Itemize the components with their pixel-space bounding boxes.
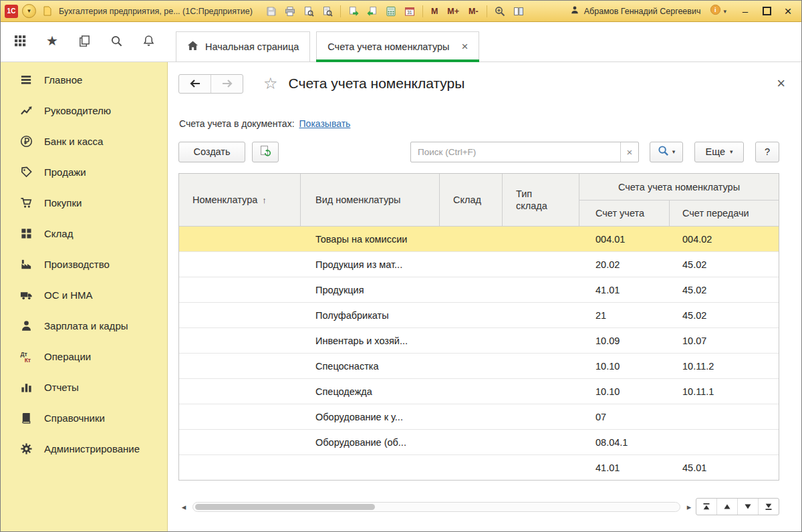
docs-label: Счета учета в документах: — [179, 118, 295, 129]
table-row[interactable]: Продукция из мат... 20.02 45.02 — [179, 251, 779, 277]
search-clear-icon[interactable]: × — [620, 142, 638, 162]
calculator-button[interactable] — [383, 4, 399, 19]
go-next-button[interactable] — [737, 499, 758, 515]
calendar-button[interactable]: 31 — [402, 4, 418, 19]
gear-icon — [19, 442, 33, 455]
scroll-left-icon[interactable]: ◂ — [178, 502, 189, 512]
minimize-button[interactable]: – — [736, 3, 755, 19]
scrollbar-track[interactable] — [192, 502, 680, 512]
preview-button[interactable] — [319, 4, 336, 19]
sidebar-item-prodazhi[interactable]: Продажи — [1, 156, 167, 187]
sidebar-item-otchety[interactable]: Отчеты — [1, 372, 167, 402]
tab-nomenclature-accounts[interactable]: Счета учета номенклатуры × — [316, 31, 479, 62]
cell-transfer-account: 45.02 — [670, 252, 779, 277]
sidebar-item-label: Руководителю — [44, 105, 111, 116]
notifications-bell-icon[interactable] — [141, 33, 156, 48]
cell-warehouse — [440, 328, 503, 353]
go-first-button[interactable] — [696, 499, 716, 515]
create-group-button[interactable] — [252, 142, 279, 162]
main-menu-button[interactable]: ▼ — [22, 4, 36, 18]
maximize-button[interactable] — [757, 3, 776, 19]
sidebar-item-os-i-nma[interactable]: ОС и НМА — [1, 279, 167, 310]
column-header-kind[interactable]: Вид номенклатуры — [301, 174, 440, 226]
column-header-nomenclature[interactable]: Номенклатура↑ — [179, 174, 301, 226]
favorite-star-icon[interactable]: ☆ — [263, 76, 278, 92]
memory-m-plus-button[interactable]: M+ — [444, 7, 462, 16]
column-header-account[interactable]: Счет учета — [579, 201, 670, 226]
sidebar-item-administrirovanie[interactable]: Администрирование — [1, 433, 167, 464]
split-view-button[interactable] — [511, 4, 527, 19]
memory-m-minus-button[interactable]: M- — [465, 7, 482, 16]
current-user-button[interactable]: Абрамов Геннадий Сергеевич — [570, 5, 701, 17]
docs-setting-row: Счета учета в документах: Показывать — [179, 118, 350, 129]
column-header-warehouse-type[interactable]: Тип склада — [503, 174, 579, 226]
import-button[interactable] — [364, 4, 380, 19]
help-button[interactable]: ? — [755, 142, 779, 162]
favorites-star-icon[interactable]: ★ — [45, 33, 59, 48]
cell-transfer-account: 10.07 — [670, 328, 779, 353]
sidebar-item-label: ОС и НМА — [44, 289, 93, 301]
sidebar-item-zarplata-i-kadry[interactable]: Зарплата и кадры — [1, 310, 167, 341]
column-header-transfer-account[interactable]: Счет передачи — [670, 201, 779, 226]
table-row[interactable]: Спецоснастка 10.10 10.11.2 — [179, 353, 779, 378]
user-name: Абрамов Геннадий Сергеевич — [584, 7, 701, 16]
cell-warehouse — [440, 227, 503, 251]
search-icon[interactable] — [109, 33, 124, 48]
column-header-warehouse[interactable]: Склад — [440, 174, 503, 226]
page-title: Счета учета номенклатуры — [289, 76, 465, 92]
cell-nomenclature — [179, 303, 301, 327]
sidebar-item-label: Администрирование — [44, 443, 140, 454]
export-button[interactable] — [346, 4, 362, 19]
form-close-icon[interactable]: × — [777, 76, 785, 91]
sidebar-item-bank-i-kassa[interactable]: Банк и касса — [1, 126, 167, 156]
forward-button[interactable] — [211, 75, 243, 93]
table-row[interactable]: 41.01 45.01 — [179, 454, 779, 480]
titlebar-separator — [340, 5, 341, 17]
table-row[interactable]: Спецодежда 10.10 10.11.1 — [179, 378, 779, 404]
more-button[interactable]: Еще▾ — [694, 142, 744, 162]
search-input[interactable] — [411, 142, 638, 162]
cell-warehouse — [440, 354, 503, 378]
table-row[interactable]: Товары на комиссии 004.01 004.02 — [179, 226, 779, 251]
table-row[interactable]: Оборудование к у... 07 — [179, 404, 779, 429]
zoom-in-button[interactable] — [492, 4, 508, 19]
history-icon[interactable] — [77, 33, 92, 48]
cell-nomenclature — [179, 379, 301, 404]
memory-m-button[interactable]: M — [428, 7, 441, 16]
tab-home[interactable]: Начальная страница — [176, 31, 310, 62]
back-button[interactable] — [179, 75, 211, 93]
sidebar-item-rukovoditelyu[interactable]: Руководителю — [1, 95, 167, 126]
sidebar-item-sklad[interactable]: Склад — [1, 218, 167, 249]
sidebar-item-label: Банк и касса — [44, 136, 103, 147]
sidebar-item-spravochniki[interactable]: Справочники — [1, 402, 167, 433]
table-row[interactable]: Полуфабрикаты 21 45.02 — [179, 302, 779, 327]
cell-warehouse-type — [503, 354, 579, 378]
sidebar-item-proizvodstvo[interactable]: Производство — [1, 249, 167, 279]
sidebar-item-glavnoe[interactable]: Главное — [1, 64, 167, 95]
search-options-button[interactable]: ▾ — [650, 142, 683, 162]
create-button[interactable]: Создать — [178, 142, 245, 162]
cell-account: 07 — [579, 404, 670, 429]
sidebar-item-operatsii[interactable]: ДтКт Операции — [1, 341, 167, 372]
print-button[interactable] — [282, 4, 298, 19]
go-previous-button[interactable] — [716, 499, 737, 515]
table-row[interactable]: Оборудование (об... 08.04.1 — [179, 429, 779, 454]
info-menu-button[interactable]: i ▾ — [710, 4, 726, 18]
table-row[interactable]: Продукция 41.01 45.02 — [179, 277, 779, 302]
tab-close-icon[interactable]: × — [462, 40, 469, 53]
apps-grid-icon[interactable] — [13, 33, 27, 48]
table-row[interactable]: Инвентарь и хозяй... 10.09 10.07 — [179, 327, 779, 353]
save-button[interactable] — [263, 4, 279, 19]
scrollbar-thumb[interactable] — [195, 504, 375, 510]
go-last-button[interactable] — [758, 499, 779, 515]
home-icon — [187, 40, 198, 53]
cell-warehouse — [440, 277, 503, 302]
scroll-right-icon[interactable]: ▸ — [684, 502, 694, 512]
close-window-button[interactable]: × — [779, 3, 797, 19]
print-preview-button[interactable] — [301, 4, 317, 19]
docs-show-link[interactable]: Показывать — [299, 118, 351, 129]
cell-warehouse-type — [503, 252, 579, 277]
cell-transfer-account — [670, 404, 779, 429]
sidebar-item-pokupki[interactable]: Покупки — [1, 187, 167, 218]
column-label: Номенклатура — [192, 194, 257, 205]
